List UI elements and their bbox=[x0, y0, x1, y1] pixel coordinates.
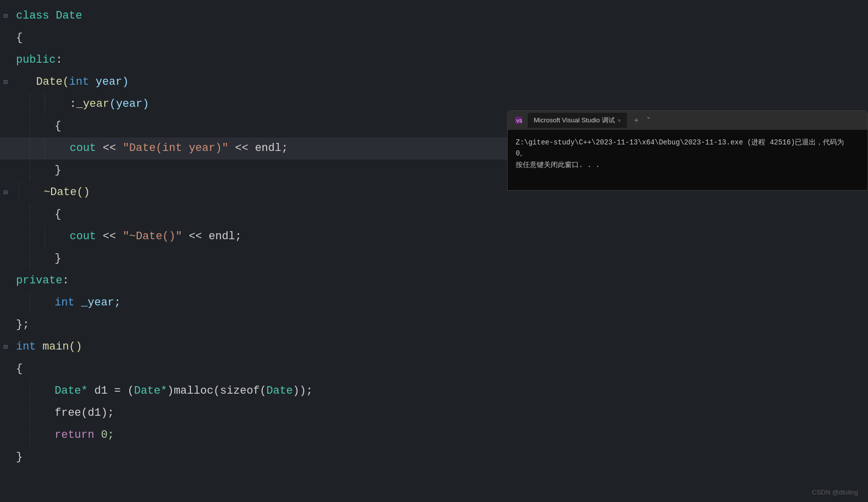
console-controls: + ˅ bbox=[631, 115, 654, 126]
code-line-18: Date* d1 = (Date*)malloc(sizeof(Date)); bbox=[0, 380, 868, 402]
code-line-13: private: bbox=[0, 270, 868, 292]
code-content-2: { bbox=[11, 28, 868, 48]
code-content-11: cout << "~Date()" << endl; bbox=[60, 227, 868, 247]
vs-icon: VS bbox=[514, 115, 524, 125]
code-line-4: ⊟ Date(int year) bbox=[0, 71, 868, 93]
code-line-1: ⊟ class Date bbox=[0, 5, 868, 27]
code-content-14: int _year; bbox=[45, 293, 868, 313]
code-content-20: return 0; bbox=[45, 425, 868, 445]
svg-text:VS: VS bbox=[516, 118, 522, 123]
code-line-16: ⊟ int main() bbox=[0, 336, 868, 358]
code-content-18: Date* d1 = (Date*)malloc(sizeof(Date)); bbox=[45, 381, 868, 401]
code-content-1: class Date bbox=[11, 6, 868, 26]
code-line-12: } bbox=[0, 248, 868, 270]
code-content-21: } bbox=[11, 447, 868, 467]
console-titlebar: VS Microsoft Visual Studio 调试 × + ˅ bbox=[508, 111, 867, 130]
watermark: CSDN @dtuling bbox=[812, 488, 858, 496]
code-line-15: }; bbox=[0, 314, 868, 336]
code-content-10: { bbox=[45, 205, 868, 225]
code-content-19: free(d1); bbox=[45, 403, 868, 423]
code-line-17: { bbox=[0, 358, 868, 380]
code-line-2: { bbox=[0, 27, 868, 49]
console-output: Z:\gitee-study\C++\2023-11-13\x64\Debug\… bbox=[516, 137, 859, 171]
fold-indicator-1[interactable]: ⊟ bbox=[0, 6, 11, 26]
fold-indicator-9[interactable]: ⊟ bbox=[0, 183, 11, 203]
code-line-11: cout << "~Date()" << endl; bbox=[0, 226, 868, 248]
console-chevron-button[interactable]: ˅ bbox=[643, 115, 654, 126]
code-content-3: public: bbox=[11, 50, 868, 70]
fold-indicator-16[interactable]: ⊟ bbox=[0, 337, 11, 357]
code-line-14: int _year; bbox=[0, 292, 868, 314]
code-content-16: int main() bbox=[11, 337, 868, 357]
code-line-20: return 0; bbox=[0, 424, 868, 446]
console-body: Z:\gitee-study\C++\2023-11-13\x64\Debug\… bbox=[508, 130, 867, 190]
code-content-12: } bbox=[45, 249, 868, 269]
code-content-15: }; bbox=[11, 315, 868, 335]
console-tab-close[interactable]: × bbox=[618, 117, 621, 123]
code-editor: ⊟ class Date { public: ⊟ Date(int year) … bbox=[0, 0, 868, 502]
console-add-button[interactable]: + bbox=[631, 115, 641, 126]
code-content-4: Date(int year) bbox=[11, 72, 868, 92]
code-content-13: private: bbox=[11, 271, 868, 291]
console-tab-label: Microsoft Visual Studio 调试 bbox=[534, 116, 615, 125]
fold-indicator-4[interactable]: ⊟ bbox=[0, 72, 11, 92]
watermark-text: CSDN @dtuling bbox=[812, 488, 858, 496]
console-overlay: VS Microsoft Visual Studio 调试 × + ˅ Z:\g… bbox=[507, 110, 868, 191]
code-line-10: { bbox=[0, 204, 868, 226]
code-content-17: { bbox=[11, 359, 868, 379]
console-tab[interactable]: Microsoft Visual Studio 调试 × bbox=[528, 113, 627, 128]
code-line-3: public: bbox=[0, 49, 868, 71]
code-line-21: } bbox=[0, 446, 868, 468]
code-line-19: free(d1); bbox=[0, 402, 868, 424]
